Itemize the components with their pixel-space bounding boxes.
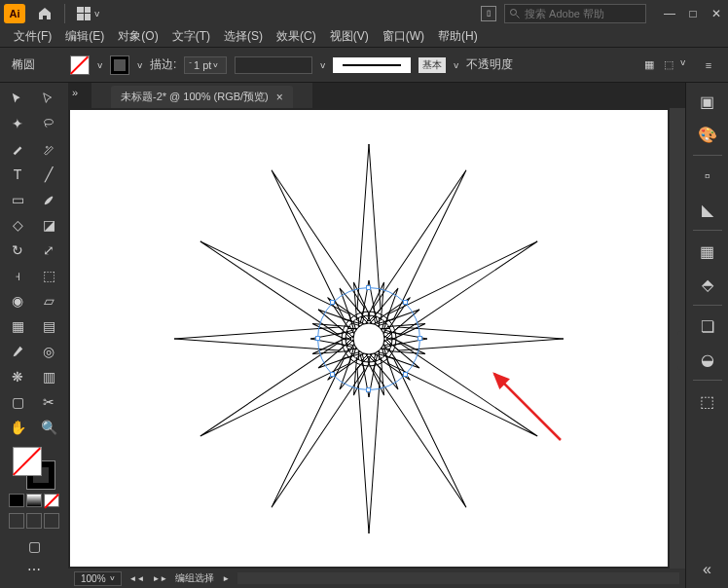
menu-window[interactable]: 窗口(W) bbox=[377, 26, 430, 47]
transform-icon[interactable]: ⬚ bbox=[661, 57, 676, 73]
stroke-dropdown-icon[interactable]: ⅴ bbox=[137, 60, 142, 70]
free-transform-tool[interactable]: ⬚ bbox=[35, 264, 62, 287]
eraser-tool[interactable]: ◪ bbox=[35, 213, 62, 237]
home-icon[interactable] bbox=[37, 6, 53, 21]
expand-panels-icon[interactable]: » bbox=[72, 87, 88, 102]
shape-builder-tool[interactable]: ◉ bbox=[4, 289, 31, 312]
align-icon[interactable]: ▦ bbox=[641, 57, 657, 73]
direct-selection-tool[interactable] bbox=[35, 87, 62, 110]
control-bar: 椭圆 ⅴ ⅴ 描边: ˆ 1 pt ⅴ ⅴ 基本 ⅴ 不透明度 ▦ ⬚ ⅴ ≡ bbox=[0, 48, 728, 83]
selection-type-label: 椭圆 bbox=[12, 56, 35, 73]
menu-file[interactable]: 文件(F) bbox=[8, 26, 57, 47]
canvas[interactable] bbox=[70, 110, 668, 567]
menu-view[interactable]: 视图(V) bbox=[324, 26, 375, 47]
menu-edit[interactable]: 编辑(E) bbox=[59, 26, 110, 47]
chevron-down-icon[interactable]: ⅴ bbox=[454, 60, 458, 70]
chevron-down-icon[interactable]: ⅴ bbox=[680, 57, 685, 73]
stroke-panel-icon[interactable]: ❏ bbox=[695, 313, 720, 339]
search-box[interactable] bbox=[504, 4, 646, 23]
selection-tool[interactable] bbox=[4, 87, 31, 110]
status-label: 编组选择 bbox=[175, 571, 214, 585]
nav-prev-icon[interactable]: ◄◄ bbox=[129, 574, 145, 583]
line-tool[interactable]: ╱ bbox=[35, 163, 62, 186]
workspace-switcher[interactable]: ⅴ bbox=[77, 7, 99, 20]
minimize-button[interactable]: — bbox=[662, 6, 677, 21]
app-logo[interactable]: Ai bbox=[4, 4, 25, 23]
mesh-tool[interactable]: ▦ bbox=[4, 314, 31, 338]
close-button[interactable]: ✕ bbox=[709, 6, 724, 21]
menu-effect[interactable]: 效果(C) bbox=[271, 26, 322, 47]
panel-collapse-tab[interactable] bbox=[677, 331, 685, 370]
menu-object[interactable]: 对象(O) bbox=[112, 26, 164, 47]
svg-point-2 bbox=[46, 146, 48, 148]
stroke-weight-input[interactable]: ˆ 1 pt ⅴ bbox=[184, 56, 227, 74]
draw-behind[interactable] bbox=[26, 513, 42, 529]
fill-color[interactable] bbox=[13, 447, 42, 476]
document-area: » 未标题-2* @ 100% (RGB/预览) × bbox=[68, 83, 685, 588]
nav-next-icon[interactable]: ►► bbox=[152, 574, 167, 583]
close-icon[interactable]: × bbox=[276, 91, 283, 104]
arrange-docs-icon[interactable]: ▯ bbox=[481, 6, 496, 21]
blend-tool[interactable]: ◎ bbox=[35, 340, 62, 363]
draw-normal[interactable] bbox=[9, 513, 24, 529]
zoom-input[interactable]: 100% ⅴ bbox=[74, 571, 122, 586]
gradient-tool[interactable]: ▤ bbox=[35, 314, 62, 338]
libraries-panel-icon[interactable]: ▫ bbox=[695, 164, 720, 189]
document-tab[interactable]: 未标题-2* @ 100% (RGB/预览) × bbox=[111, 86, 293, 108]
width-tool[interactable]: ⫞ bbox=[4, 264, 31, 287]
expand-panels-icon[interactable]: « bbox=[695, 557, 720, 582]
chevron-down-icon[interactable]: ⅴ bbox=[320, 60, 325, 70]
perspective-tool[interactable]: ▱ bbox=[35, 289, 62, 312]
annotation-arrow bbox=[483, 362, 570, 450]
curvature-tool[interactable] bbox=[35, 137, 62, 161]
rectangle-tool[interactable]: ▭ bbox=[4, 188, 31, 211]
color-mode-none[interactable] bbox=[44, 494, 59, 507]
fill-stroke-swatches[interactable] bbox=[13, 447, 55, 490]
tools-panel: ✦ T ╱ ▭ ◇ ◪ ↻ ⤢ ⫞ ⬚ ◉ ▱ ▦ ▤ ◎ ❋ bbox=[0, 83, 68, 588]
maximize-button[interactable]: □ bbox=[685, 6, 701, 21]
rotate-tool[interactable]: ↻ bbox=[4, 239, 31, 262]
slice-tool[interactable]: ✂ bbox=[35, 390, 62, 414]
draw-inside[interactable] bbox=[44, 513, 59, 529]
scale-tool[interactable]: ⤢ bbox=[35, 239, 62, 262]
paintbrush-tool[interactable] bbox=[35, 188, 62, 211]
menu-help[interactable]: 帮助(H) bbox=[432, 26, 484, 47]
shaper-tool[interactable]: ◇ bbox=[4, 213, 31, 237]
appearance-panel-icon[interactable]: ◒ bbox=[695, 347, 720, 372]
opacity-label[interactable]: 不透明度 bbox=[466, 56, 513, 73]
properties-panel-icon[interactable]: ▣ bbox=[695, 89, 720, 114]
svg-line-6 bbox=[494, 374, 561, 440]
screen-mode[interactable]: ▢ bbox=[20, 534, 48, 558]
menu-select[interactable]: 选择(S) bbox=[218, 26, 269, 47]
stroke-swatch[interactable] bbox=[110, 55, 129, 75]
artboard-tool[interactable]: ▢ bbox=[4, 390, 31, 414]
lasso-tool[interactable] bbox=[35, 112, 62, 135]
menu-type[interactable]: 文字(T) bbox=[166, 26, 216, 47]
hand-tool[interactable]: ✋ bbox=[4, 416, 31, 439]
symbol-sprayer-tool[interactable]: ❋ bbox=[4, 365, 31, 388]
edit-toolbar[interactable]: ⋯ bbox=[20, 558, 48, 581]
symbols-panel-icon[interactable]: ⬘ bbox=[695, 272, 720, 297]
layers-panel-icon[interactable]: ⬚ bbox=[695, 388, 720, 414]
eyedropper-tool[interactable] bbox=[4, 340, 31, 363]
color-panel-icon[interactable]: 🎨 bbox=[695, 122, 720, 147]
brushes-panel-icon[interactable]: ▦ bbox=[695, 239, 720, 264]
right-panels: ▣ 🎨 ▫ ◣ ▦ ⬘ ❏ ◒ ⬚ « bbox=[685, 83, 728, 588]
color-mode-solid[interactable] bbox=[9, 494, 24, 507]
document-tabs: 未标题-2* @ 100% (RGB/预览) × bbox=[91, 83, 312, 108]
color-mode-gradient[interactable] bbox=[26, 494, 42, 507]
zoom-tool[interactable]: 🔍 bbox=[35, 416, 62, 439]
var-width-profile[interactable] bbox=[235, 56, 312, 74]
pen-tool[interactable] bbox=[4, 137, 31, 161]
menu-icon[interactable]: ≡ bbox=[701, 57, 716, 73]
swatches-panel-icon[interactable]: ◣ bbox=[695, 197, 720, 222]
fill-swatch[interactable] bbox=[70, 55, 90, 75]
type-tool[interactable]: T bbox=[4, 163, 31, 186]
graph-tool[interactable]: ▥ bbox=[35, 365, 62, 388]
brush-definition[interactable] bbox=[333, 57, 411, 73]
search-input[interactable] bbox=[525, 8, 641, 19]
magic-wand-tool[interactable]: ✦ bbox=[4, 112, 31, 135]
horizontal-scrollbar[interactable] bbox=[237, 572, 679, 584]
document-footer: 100% ⅴ ◄◄ ►► 编组选择 ► bbox=[68, 569, 685, 588]
fill-dropdown-icon[interactable]: ⅴ bbox=[97, 60, 102, 70]
